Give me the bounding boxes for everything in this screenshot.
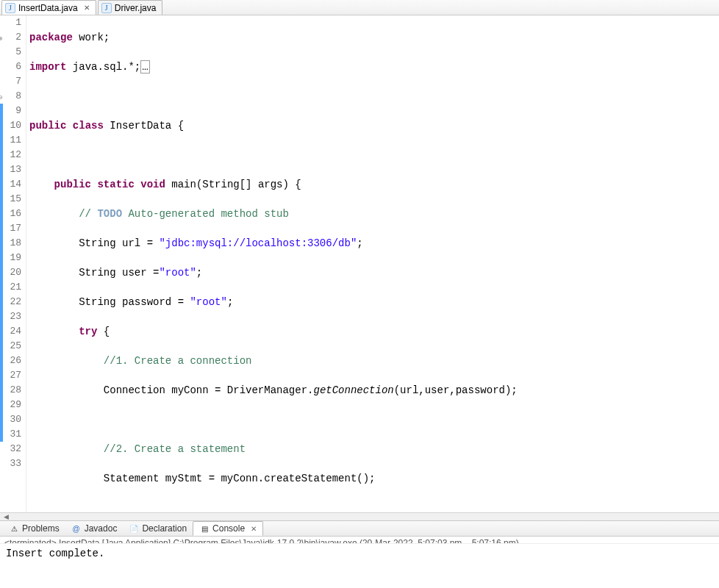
code-editor[interactable]: 1 ⊕2 5 6 7 ⊖8 9 10 11 12 13 14 15 16 17 … [0, 15, 719, 512]
close-icon[interactable]: ✕ [251, 525, 257, 533]
bottom-views: ⚠ Problems @ Javadoc 📄 Declaration ▤ Con… [0, 520, 719, 537]
tab-javadoc[interactable]: @ Javadoc [65, 521, 124, 536]
tab-label: Driver.java [115, 3, 157, 13]
code-area[interactable]: package work; import java.sql.*;… public… [26, 15, 719, 512]
tab-console[interactable]: ▤ Console ✕ [193, 521, 263, 536]
tab-problems[interactable]: ⚠ Problems [3, 521, 65, 536]
console-output[interactable]: Insert complete. [0, 544, 719, 588]
editor-tabs: J InsertData.java ✕ J Driver.java [0, 0, 719, 15]
tab-insertdata[interactable]: J InsertData.java ✕ [1, 0, 96, 15]
java-file-icon: J [5, 3, 15, 13]
fold-expand-icon[interactable]: ⊕ [0, 32, 2, 46]
scroll-left-icon[interactable]: ◀ [0, 513, 12, 520]
javadoc-icon: @ [71, 523, 82, 534]
folded-import-icon[interactable]: … [140, 60, 149, 74]
horizontal-scrollbar[interactable]: ◀ [0, 512, 719, 520]
declaration-icon: 📄 [129, 523, 139, 534]
close-icon[interactable]: ✕ [84, 4, 90, 12]
tab-declaration[interactable]: 📄 Declaration [123, 521, 193, 536]
console-icon: ▤ [199, 523, 210, 534]
console-status: <terminated> InsertData [Java Applicatio… [0, 537, 719, 544]
tab-label: InsertData.java [18, 3, 78, 13]
line-gutter: 1 ⊕2 5 6 7 ⊖8 9 10 11 12 13 14 15 16 17 … [0, 15, 26, 512]
java-file-icon: J [101, 3, 112, 13]
fold-collapse-icon[interactable]: ⊖ [0, 90, 2, 105]
tab-driver[interactable]: J Driver.java [98, 0, 163, 15]
problems-icon: ⚠ [9, 523, 19, 534]
